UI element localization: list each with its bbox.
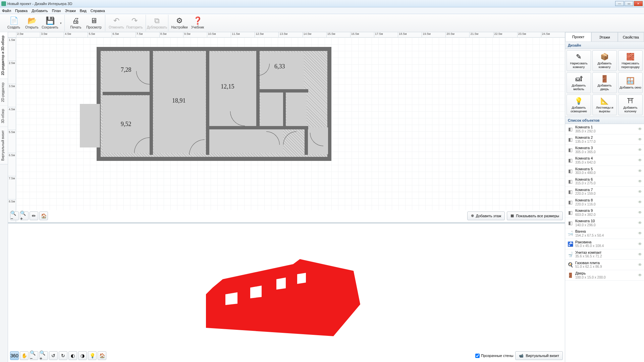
2d-tool-3[interactable]: 🏠 bbox=[39, 212, 48, 220]
2d-tool-0[interactable]: 🔍− bbox=[10, 212, 19, 220]
visibility-icon[interactable]: 👁 bbox=[638, 200, 642, 204]
preview-button[interactable]: 🖥Просмотр bbox=[85, 15, 103, 32]
object-row[interactable]: 🍳Газовая плита51.0 x 62.1 x 86.9👁 bbox=[565, 260, 644, 270]
right-tab-0[interactable]: Проект bbox=[565, 32, 591, 42]
design-tool-button[interactable]: 💡Добавить освещение bbox=[567, 95, 591, 115]
design-tool-button[interactable]: ⛩Добавить колонну bbox=[618, 95, 643, 115]
2d-action-button[interactable]: ▦Показывать все размеры bbox=[507, 212, 563, 220]
3d-tool-9[interactable]: 🏠 bbox=[98, 351, 106, 360]
menu-Этажи[interactable]: Этажи bbox=[65, 9, 75, 13]
3d-tool-4[interactable]: ↺ bbox=[49, 351, 58, 360]
3d-tool-1[interactable]: ✋ bbox=[20, 351, 29, 360]
design-tool-button[interactable]: 🚪Добавить дверь bbox=[592, 72, 617, 93]
right-tab-1[interactable]: Этажи bbox=[591, 32, 618, 42]
3d-view-pane[interactable]: 360✋🔍−🔍+↺↻◐◑💡🏠 Прозрачные стены 📹Виртуал… bbox=[8, 224, 565, 362]
design-tool-button[interactable]: 📦Добавить комнату bbox=[592, 50, 617, 71]
redo-button: ↷Повторить bbox=[125, 15, 144, 32]
object-row[interactable]: ◧Комната 7220.0 x 159.0👁 bbox=[565, 187, 644, 197]
menu-Правка[interactable]: Правка bbox=[15, 9, 28, 13]
3d-tool-5[interactable]: ↻ bbox=[59, 351, 67, 360]
virtual-visit-button[interactable]: 📹Виртуальный визит bbox=[515, 351, 563, 360]
visibility-icon[interactable]: 👁 bbox=[638, 169, 642, 173]
visibility-icon[interactable]: 👁 bbox=[638, 127, 642, 131]
menu-Вид[interactable]: Вид bbox=[80, 9, 87, 13]
floor-plan-canvas[interactable]: 7,289,5218,9112,156,33 bbox=[16, 38, 565, 210]
duplicate-icon: ⧉ bbox=[152, 17, 162, 25]
side-tab-0[interactable]: 2D-редактор и 3D-обзор bbox=[0, 32, 8, 79]
side-tab-2[interactable]: 3D-обзор bbox=[0, 106, 8, 127]
2d-tool-2[interactable]: ✏ bbox=[30, 212, 38, 220]
object-row[interactable]: ◧Комната 3305.0 x 365.0👁 bbox=[565, 145, 644, 155]
minimize-button[interactable]: — bbox=[615, 1, 624, 6]
object-icon: ◧ bbox=[567, 199, 573, 205]
visibility-icon[interactable]: 👁 bbox=[638, 273, 642, 278]
settings-button[interactable]: ⚙Настройки bbox=[170, 15, 189, 32]
maximize-button[interactable]: ▭ bbox=[625, 1, 633, 6]
transparent-walls-checkbox[interactable]: Прозрачные стены bbox=[475, 354, 513, 358]
object-row[interactable]: ◧Комната 10140.0 x 296.0👁 bbox=[565, 218, 644, 228]
object-icon: ◧ bbox=[567, 178, 573, 184]
3d-tool-2[interactable]: 🔍− bbox=[30, 351, 38, 360]
side-tab-1[interactable]: 2D-редактор bbox=[0, 79, 8, 106]
right-panel: ПроектЭтажиСвойства Дизайн ✎Нарисовать к… bbox=[565, 32, 644, 362]
design-tool-button[interactable]: 🧱Нарисовать перегородку bbox=[618, 50, 643, 71]
object-row[interactable]: ◧Комната 2135.0 x 177.0👁 bbox=[565, 134, 644, 145]
object-row[interactable]: 🚽Унитаз компакт35.6 x 56.5 x 71.2👁 bbox=[565, 249, 644, 260]
object-row[interactable]: ◧Комната 4335.0 x 642.0👁 bbox=[565, 155, 644, 166]
3d-tool-6[interactable]: ◐ bbox=[68, 351, 77, 360]
object-row[interactable]: ◧Комната 8220.0 x 116.0👁 bbox=[565, 197, 644, 207]
object-list[interactable]: ◧Комната 1305.0 x 292.0👁◧Комната 2135.0 … bbox=[565, 124, 644, 362]
object-row[interactable]: ◧Комната 5303.0 x 480.0👁 bbox=[565, 166, 644, 176]
save-button[interactable]: 💾Сохранить bbox=[41, 15, 59, 32]
right-tab-2[interactable]: Свойства bbox=[618, 32, 644, 42]
menu-Справка[interactable]: Справка bbox=[91, 9, 105, 13]
redo-icon: ↷ bbox=[130, 17, 139, 25]
visibility-icon[interactable]: 👁 bbox=[638, 158, 642, 163]
new-button[interactable]: 📄Создать bbox=[5, 15, 23, 32]
svg-marker-1 bbox=[225, 292, 237, 305]
room-area-label: 18,91 bbox=[172, 97, 186, 104]
3d-tool-7[interactable]: ◑ bbox=[78, 351, 87, 360]
visibility-icon[interactable]: 👁 bbox=[638, 179, 642, 184]
visibility-icon[interactable]: 👁 bbox=[638, 252, 642, 257]
design-tool-button[interactable]: 📐Лестницы и вырезы bbox=[592, 95, 617, 115]
visibility-icon[interactable]: 👁 bbox=[638, 262, 642, 267]
2d-editor-pane[interactable]: 2.5м3.5м4.5м5.5м6.5м7.5м8.5м9.5м10.5м11.… bbox=[8, 32, 565, 224]
visibility-icon[interactable]: 👁 bbox=[638, 189, 642, 194]
open-button[interactable]: 📂Открыть bbox=[23, 15, 41, 32]
object-row[interactable]: 🚪Дверь100.0 x 15.0 x 200.0👁 bbox=[565, 270, 644, 281]
design-tool-button[interactable]: ✎Нарисовать комнату bbox=[567, 50, 591, 71]
titlebar: Новый проект - Дизайн Интерьера 3D — ▭ ✕ bbox=[0, 0, 644, 7]
svg-marker-4 bbox=[297, 273, 306, 284]
object-row[interactable]: 🛁Ванна154.2 x 67.5 x 50.4👁 bbox=[565, 228, 644, 239]
visibility-icon[interactable]: 👁 bbox=[638, 147, 642, 152]
close-button[interactable]: ✕ bbox=[634, 1, 643, 6]
object-row[interactable]: ◧Комната 6315.0 x 275.0👁 bbox=[565, 176, 644, 187]
design-tool-button[interactable]: 🛋Добавить мебель bbox=[567, 72, 591, 93]
menu-Добавить[interactable]: Добавить bbox=[32, 9, 48, 13]
3d-tool-0[interactable]: 360 bbox=[10, 351, 19, 360]
object-row[interactable]: ◧Комната 9603.0 x 382.0👁 bbox=[565, 207, 644, 218]
main-toolbar: 📄Создать📂Открыть💾Сохранить▾🖨Печать🖥Просм… bbox=[0, 14, 644, 32]
object-row[interactable]: ◧Комната 1305.0 x 292.0👁 bbox=[565, 124, 644, 134]
design-tool-button[interactable]: 🪟Добавить окно bbox=[618, 72, 643, 93]
menu-План[interactable]: План bbox=[52, 9, 61, 13]
2d-action-button[interactable]: ⊕Добавить этаж bbox=[467, 212, 505, 220]
svg-marker-3 bbox=[276, 278, 286, 290]
visibility-icon[interactable]: 👁 bbox=[638, 137, 642, 142]
visibility-icon[interactable]: 👁 bbox=[638, 210, 642, 215]
print-button[interactable]: 🖨Печать bbox=[67, 15, 85, 32]
object-row[interactable]: 🚰Раковина55.0 x 45.0 x 108.4👁 bbox=[565, 239, 644, 249]
visibility-icon[interactable]: 👁 bbox=[638, 221, 642, 225]
help-button[interactable]: ❓Учебник bbox=[189, 15, 207, 32]
side-tab-3[interactable]: Виртуальный визит bbox=[0, 127, 8, 165]
camera-icon: 📹 bbox=[519, 354, 524, 358]
visibility-icon[interactable]: 👁 bbox=[638, 231, 642, 236]
object-icon: ◧ bbox=[567, 209, 573, 216]
save-dropdown[interactable]: ▾ bbox=[59, 21, 62, 25]
menu-Файл[interactable]: Файл bbox=[2, 9, 11, 13]
2d-tool-1[interactable]: 🔍+ bbox=[20, 212, 29, 220]
visibility-icon[interactable]: 👁 bbox=[638, 242, 642, 246]
3d-tool-8[interactable]: 💡 bbox=[88, 351, 97, 360]
3d-tool-3[interactable]: 🔍+ bbox=[39, 351, 48, 360]
